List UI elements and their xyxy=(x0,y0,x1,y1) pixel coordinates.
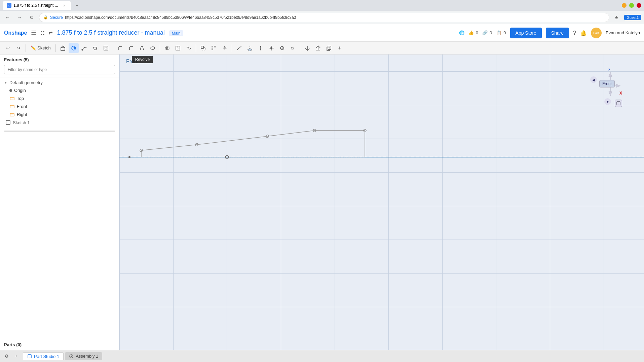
cube-container: Front xyxy=(599,71,622,99)
svg-rect-69 xyxy=(28,355,31,358)
links-btn[interactable]: 🔗 0 xyxy=(482,30,492,35)
revolve-btn[interactable]: Revolve xyxy=(69,43,79,53)
draft-btn[interactable] xyxy=(137,43,147,53)
redo-btn[interactable]: ↪ xyxy=(13,43,24,53)
share-btn[interactable]: Share xyxy=(546,28,569,38)
right-plane-item[interactable]: Right xyxy=(0,110,119,118)
user-badge: Guest1 xyxy=(624,15,641,20)
wrap-btn[interactable] xyxy=(184,43,194,53)
chamfer-btn[interactable] xyxy=(126,43,136,53)
hamburger-menu[interactable]: ☰ xyxy=(31,29,36,37)
svg-marker-62 xyxy=(609,72,612,77)
toolbar-separator-1 xyxy=(26,44,26,52)
svg-rect-41 xyxy=(328,46,331,49)
browser-tab[interactable]: O 1.875 f to 2.5 f straight ... × xyxy=(3,1,71,10)
maximize-btn[interactable] xyxy=(629,3,634,8)
loft-btn[interactable] xyxy=(90,43,100,53)
versions-btn[interactable]: 📋 0 xyxy=(496,30,506,35)
back-btn[interactable]: ← xyxy=(3,13,12,22)
undo-btn[interactable]: ↩ xyxy=(3,43,13,53)
sketch-icon xyxy=(5,120,11,125)
left-panel: Features (5) ▼ Default geometry Origin T… xyxy=(0,55,119,350)
branch-badge[interactable]: Main xyxy=(169,30,183,36)
svg-line-20 xyxy=(237,46,241,50)
user-avatar[interactable]: E&K xyxy=(591,28,602,38)
fillet-btn[interactable] xyxy=(115,43,125,53)
mirror-btn[interactable] xyxy=(220,43,230,53)
pattern-btn[interactable] xyxy=(209,43,219,53)
add-tool-btn[interactable]: + xyxy=(335,43,345,53)
top-label: Top xyxy=(17,96,24,101)
origin-label: Origin xyxy=(14,88,26,93)
hollow-btn[interactable] xyxy=(148,43,158,53)
boolean-btn[interactable] xyxy=(162,43,172,53)
part-studio-tab[interactable]: Part Studio 1 xyxy=(23,352,64,360)
url-bar[interactable]: 🔒 Secure https://cad.onshape.com/documen… xyxy=(39,13,609,22)
default-geometry-item[interactable]: ▼ Default geometry xyxy=(0,79,119,86)
front-plane-item[interactable]: Front xyxy=(0,102,119,110)
mate-btn[interactable] xyxy=(277,43,287,53)
point-btn[interactable] xyxy=(266,43,276,53)
parts-title: Parts (0) xyxy=(4,342,115,347)
axis-btn[interactable] xyxy=(256,43,266,53)
like-count: 0 xyxy=(476,30,478,35)
notifications-btn[interactable]: 🔔 xyxy=(580,30,587,36)
forward-btn[interactable]: → xyxy=(15,13,24,22)
transform-btn[interactable] xyxy=(198,43,208,53)
settings-btn[interactable]: ⚙ xyxy=(3,352,11,360)
close-btn[interactable] xyxy=(637,3,641,8)
pencil-icon: ✏️ xyxy=(31,45,36,50)
minimize-btn[interactable] xyxy=(622,3,627,8)
sweep-btn[interactable] xyxy=(79,43,89,53)
front-view-btn[interactable]: Front xyxy=(599,80,615,87)
svg-rect-40 xyxy=(327,47,330,50)
plane-btn[interactable] xyxy=(245,43,255,53)
svg-point-2 xyxy=(72,46,76,50)
bookmark-btn[interactable]: ★ xyxy=(612,13,621,22)
measure-btn[interactable] xyxy=(234,43,244,53)
url-text: https://cad.onshape.com/documents/b40c8e… xyxy=(65,15,296,20)
refresh-btn[interactable]: ↻ xyxy=(27,13,36,22)
sketch-btn[interactable]: ✏️ Sketch xyxy=(28,44,53,52)
default-geometry-label: Default geometry xyxy=(9,80,43,85)
panel-spacer xyxy=(0,133,119,336)
origin-item[interactable]: Origin xyxy=(0,86,119,94)
sketch-canvas xyxy=(119,55,644,350)
browser-titlebar: O 1.875 f to 2.5 f straight ... × + xyxy=(0,0,644,11)
front-label: Front xyxy=(17,104,27,109)
assembly-label: Assembly 1 xyxy=(76,354,98,359)
bell-icon: 🔔 xyxy=(580,30,587,36)
likes-btn[interactable]: 👍 0 xyxy=(468,30,478,35)
top-plane-item[interactable]: Top xyxy=(0,94,119,102)
new-tab-btn[interactable]: + xyxy=(72,1,82,10)
filter-input[interactable] xyxy=(4,65,115,74)
view-options-btn[interactable] xyxy=(615,100,622,107)
variable-btn[interactable]: fx xyxy=(288,43,298,53)
expand-view-btn[interactable]: ▼ xyxy=(604,98,611,105)
svg-rect-68 xyxy=(617,102,620,105)
sketch1-item[interactable]: Sketch 1 xyxy=(0,118,119,126)
tab-close-btn[interactable]: × xyxy=(62,3,67,8)
extrude-btn[interactable] xyxy=(58,43,68,53)
copy-paste-btn[interactable] xyxy=(324,43,334,53)
export-btn[interactable] xyxy=(313,43,323,53)
help-btn[interactable]: ? xyxy=(573,30,576,36)
viewport[interactable]: Front xyxy=(119,55,644,350)
shell-btn[interactable] xyxy=(101,43,111,53)
add-tab-btn[interactable]: + xyxy=(12,352,20,360)
svg-rect-6 xyxy=(105,47,107,49)
collapse-view-btn[interactable]: ◀ xyxy=(590,76,597,83)
svg-rect-0 xyxy=(61,48,65,50)
link-count: 0 xyxy=(490,30,492,35)
svg-rect-44 xyxy=(10,105,14,108)
import-btn[interactable] xyxy=(302,43,312,53)
app-store-btn[interactable]: App Store xyxy=(510,28,542,38)
bottom-actions: ⚙ + xyxy=(3,352,20,360)
panel-divider xyxy=(0,338,119,338)
app-logo[interactable]: Onshape xyxy=(4,30,27,36)
split-btn[interactable] xyxy=(173,43,183,53)
part-studio-label: Part Studio 1 xyxy=(34,354,59,359)
toolbar-separator-6 xyxy=(232,44,232,52)
assembly-tab[interactable]: Assembly 1 xyxy=(65,352,102,360)
globe-btn[interactable]: 🌐 xyxy=(459,30,464,35)
